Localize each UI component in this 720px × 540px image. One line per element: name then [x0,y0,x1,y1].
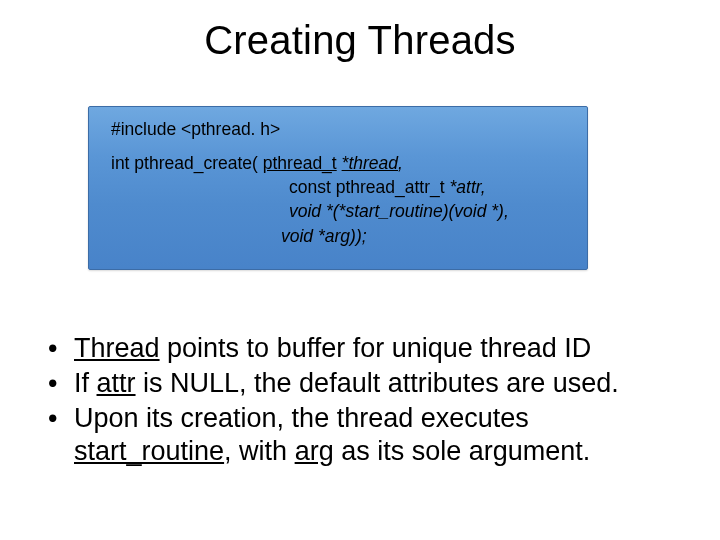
b0-mid: points to buffer for unique thread ID [160,333,592,363]
b2-u2: arg [295,436,334,466]
bullet-text: Thread points to buffer for unique threa… [74,332,676,365]
sig-l2-b: *attr, [450,177,486,197]
code-box: #include <pthread. h> int pthread_create… [88,106,588,270]
b2-mid: , with [224,436,295,466]
bullet-item: • If attr is NULL, the default attribute… [44,367,676,400]
sig-line-3: void *(*start_routine)(void *), [111,199,573,223]
include-line: #include <pthread. h> [111,117,573,141]
sig-l1-param: *thread [342,153,398,173]
bullet-marker: • [44,402,74,435]
signature-block: int pthread_create( pthread_t *thread, c… [111,151,573,248]
sig-l1-a: int pthread_create( [111,153,263,173]
bullet-text: If attr is NULL, the default attributes … [74,367,676,400]
b1-u1: attr [97,368,136,398]
bullet-text: Upon its creation, the thread executes s… [74,402,676,468]
sig-l1-type: pthread_t [263,153,337,173]
bullet-marker: • [44,332,74,365]
b1-mid: is NULL, the default attributes are used… [136,368,619,398]
b2-u1: start_routine [74,436,224,466]
bullet-marker: • [44,367,74,400]
bullet-list: • Thread points to buffer for unique thr… [44,332,676,470]
sig-line-4: void *arg)); [111,224,573,248]
b1-pre: If [74,368,97,398]
bullet-item: • Upon its creation, the thread executes… [44,402,676,468]
sig-line-2: const pthread_attr_t *attr, [111,175,573,199]
sig-l1-comma: , [398,153,403,173]
slide: Creating Threads #include <pthread. h> i… [0,0,720,540]
slide-title: Creating Threads [0,0,720,63]
b0-u1: Thread [74,333,160,363]
b2-pre: Upon its creation, the thread executes [74,403,529,433]
sig-line-1: int pthread_create( pthread_t *thread, [111,151,573,175]
sig-l2-a: const pthread_attr_t [289,177,450,197]
b2-post: as its sole argument. [334,436,591,466]
bullet-item: • Thread points to buffer for unique thr… [44,332,676,365]
